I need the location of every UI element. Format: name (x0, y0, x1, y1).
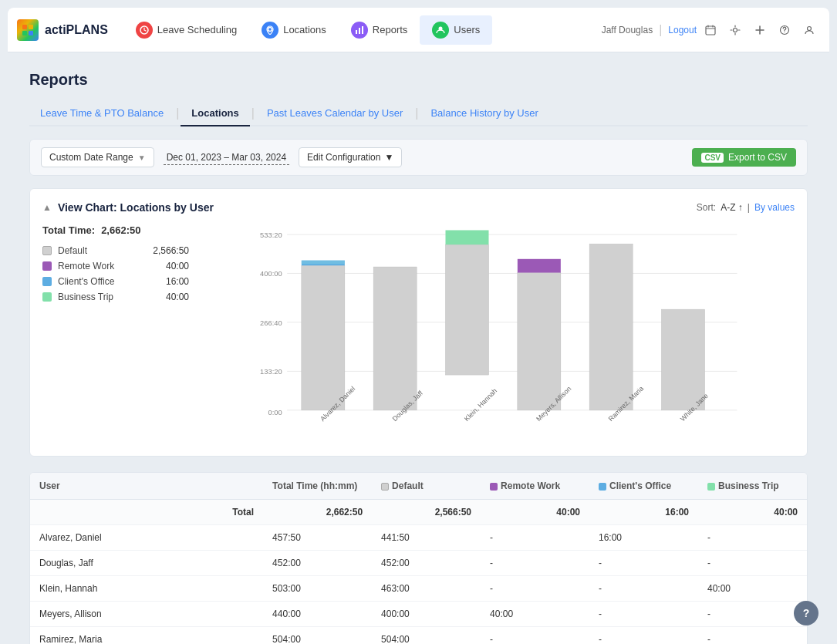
help-button[interactable]: ? (794, 601, 818, 625)
total-business: 40:00 (698, 500, 807, 525)
bar-chart-svg: 533:20 400:00 266:40 133:20 0:00 (204, 224, 795, 440)
remote-work-color-swatch (42, 261, 52, 271)
legend-default-name: Default (58, 245, 147, 256)
export-csv-button[interactable]: CSV Export to CSV (692, 148, 796, 167)
chart-header: ▲ View Chart: Locations by User Sort: A-… (42, 201, 795, 214)
nav-item-locations[interactable]: Locations (249, 15, 339, 45)
clients-office-color-swatch (42, 277, 52, 286)
nav-sep: | (659, 23, 662, 37)
th-default: Default (372, 473, 481, 500)
bar-douglas-default (373, 267, 417, 410)
total-time: 2,662:50 (263, 500, 372, 525)
legend-business-name: Business Trip (58, 292, 160, 302)
row-total-time: 457:50 (263, 525, 372, 551)
locations-icon (262, 22, 278, 39)
row-remote: 40:00 (481, 602, 589, 627)
total-remote: 40:00 (481, 500, 589, 525)
table-row: Klein, Hannah 503:00 463:00 - - 40:00 (30, 576, 807, 602)
table-row: Meyers, Allison 440:00 400:00 40:00 - - (30, 602, 807, 627)
row-user: Meyers, Allison (30, 602, 263, 627)
th-default-icon (381, 483, 389, 491)
help-icon-btn[interactable] (774, 19, 795, 41)
date-range-type-select[interactable]: Custom Date Range ▼ (41, 147, 154, 167)
nav-right: Jaff Douglas | Logout (602, 19, 820, 41)
svg-text:266:40: 266:40 (260, 319, 282, 327)
legend-item-remote-work: Remote Work 40:00 (42, 261, 189, 271)
collapse-button[interactable]: ▲ (42, 202, 52, 213)
row-user: Douglas, Jaff (30, 551, 263, 576)
nav-item-reports[interactable]: Reports (339, 15, 420, 45)
svg-rect-3 (29, 31, 33, 35)
bar-ramirez-default (589, 244, 633, 410)
row-remote: - (481, 576, 589, 602)
reports-icon (351, 22, 368, 39)
tab-sep-3: | (415, 106, 418, 120)
sort-az[interactable]: A-Z ↑ (721, 202, 743, 213)
row-business: 40:00 (698, 576, 807, 602)
row-default: 504:00 (372, 627, 481, 645)
chart-body: Total Time: 2,662:50 Default 2,566:50 Re… (42, 224, 795, 443)
row-user: Ramirez, Maria (30, 627, 263, 645)
th-user: User (30, 473, 263, 500)
row-default: 400:00 (372, 602, 481, 627)
svg-point-14 (808, 26, 812, 30)
profile-icon-btn[interactable] (798, 19, 820, 41)
svg-text:Klein, Hannah: Klein, Hannah (463, 387, 498, 423)
chart-svg-area: 533:20 400:00 266:40 133:20 0:00 (204, 224, 795, 443)
bar-klein-default (446, 244, 489, 375)
svg-text:533:20: 533:20 (260, 231, 282, 239)
svg-point-5 (268, 27, 272, 31)
table-row: Alvarez, Daniel 457:50 441:50 - 16:00 - (30, 525, 807, 551)
tab-balance-history[interactable]: Balance History by User (420, 101, 548, 125)
svg-text:0:00: 0:00 (268, 409, 282, 416)
filter-bar: Custom Date Range ▼ Dec 01, 2023 – Mar 0… (29, 139, 808, 176)
legend-total-value: 2,662:50 (101, 224, 140, 236)
username: Jaff Douglas (602, 25, 653, 35)
edit-config-chevron: ▼ (384, 152, 393, 163)
add-icon-btn[interactable] (749, 19, 771, 41)
default-color-swatch (42, 246, 52, 255)
tab-locations[interactable]: Locations (181, 101, 249, 126)
legend-item-business-trip: Business Trip 40:00 (42, 292, 189, 302)
tab-leave-time[interactable]: Leave Time & PTO Balance (29, 101, 174, 125)
logo-area: actiPLANS (17, 19, 108, 41)
export-label: Export to CSV (728, 152, 787, 163)
total-label: Total (30, 500, 263, 525)
row-clients: - (589, 602, 698, 627)
row-clients: - (589, 576, 698, 602)
tab-past-leaves[interactable]: Past Leaves Calendar by User (256, 101, 413, 125)
table-header-row: User Total Time (hh:mm) Default Remote W… (30, 473, 807, 500)
sort-by-values[interactable]: By values (754, 202, 795, 213)
bar-alvarez-top (302, 261, 345, 265)
date-range-type-label: Custom Date Range (49, 152, 133, 163)
reports-label: Reports (373, 24, 408, 35)
logout-link[interactable]: Logout (668, 25, 697, 35)
legend-item-clients-office: Client's Office 16:00 (42, 276, 189, 287)
nav-item-leave-scheduling[interactable]: Leave Scheduling (123, 15, 249, 45)
th-total-time: Total Time (hh:mm) (263, 473, 372, 500)
bar-white-default (662, 309, 705, 410)
locations-label: Locations (283, 24, 326, 35)
row-business: - (698, 551, 807, 576)
calendar-icon-btn[interactable] (700, 19, 721, 41)
row-clients: 16:00 (589, 525, 698, 551)
data-table: User Total Time (hh:mm) Default Remote W… (29, 472, 808, 644)
nav-item-users[interactable]: Users (420, 15, 492, 45)
main-content: Reports Leave Time & PTO Balance | Locat… (8, 52, 829, 644)
chart-legend: Total Time: 2,662:50 Default 2,566:50 Re… (42, 224, 189, 443)
svg-rect-0 (22, 25, 27, 29)
th-remote-icon (490, 483, 498, 491)
settings-icon-btn[interactable] (724, 19, 746, 41)
row-clients: - (589, 627, 698, 645)
row-business: - (698, 525, 807, 551)
svg-text:133:20: 133:20 (260, 368, 282, 376)
th-clients-office: Client's Office (589, 473, 698, 500)
svg-rect-10 (706, 26, 715, 35)
date-range-value[interactable]: Dec 01, 2023 – Mar 03, 2024 (164, 150, 289, 165)
row-total-time: 504:00 (263, 627, 372, 645)
logo-icon (17, 19, 39, 41)
svg-rect-8 (362, 26, 363, 34)
legend-default-value: 2,566:50 (153, 245, 189, 256)
edit-configuration-button[interactable]: Edit Configuration ▼ (299, 147, 402, 167)
svg-rect-7 (359, 28, 360, 34)
